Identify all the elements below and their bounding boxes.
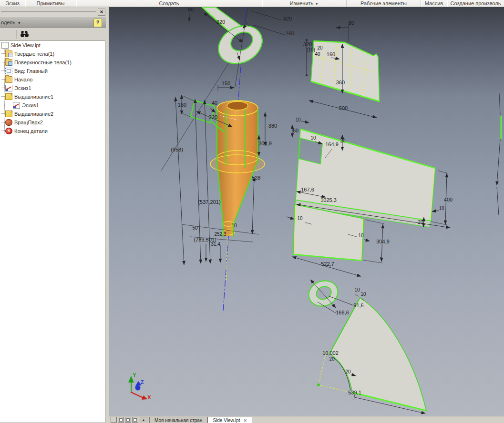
dimension-label[interactable]: 164,9 — [325, 141, 339, 147]
dimension-label[interactable]: 1025,3 — [320, 197, 337, 203]
folder-icon — [5, 76, 12, 83]
view-mode-button[interactable] — [125, 417, 131, 423]
dimension-label[interactable]: 10,002 — [322, 350, 339, 356]
model-browser-panel: ✕ одель▼ ? Side View.iptТвердые тела(1)П… — [0, 7, 109, 423]
document-tab-active[interactable]: Side View.ipt✕ — [207, 417, 252, 423]
tree-item-label: Выдавливание1 — [14, 94, 53, 100]
dimension-label[interactable]: 20 — [345, 369, 351, 374]
dimension-label[interactable]: 80 — [188, 7, 194, 12]
dimension-label[interactable]: Z — [141, 379, 144, 385]
tree-item-вид-главный[interactable]: Вид: Главный — [0, 67, 105, 75]
dimension-label[interactable]: 10 — [310, 135, 316, 141]
dimension-label[interactable]: 160 — [327, 51, 335, 57]
dimension-label[interactable]: 320 — [209, 114, 217, 120]
ribbon-panel-5[interactable]: Рабочие элементы — [347, 0, 421, 7]
dimension-label[interactable]: 20 — [317, 45, 323, 50]
dimension-label[interactable]: 20 — [329, 356, 335, 362]
tree-connector — [1, 53, 5, 54]
dimension-label[interactable]: 10 — [358, 233, 364, 238]
ribbon-panel-2[interactable]: Примитивы — [25, 0, 76, 7]
view-mode-button[interactable] — [132, 417, 138, 423]
tree-item-выдавливание1[interactable]: Выдавливание1 — [0, 92, 105, 101]
dimension-label[interactable]: 80 — [349, 20, 354, 26]
dimension-label[interactable]: 160 — [286, 30, 294, 36]
tree-item-вращпврх2[interactable]: ВращПврх2 — [0, 118, 105, 127]
dimension-label[interactable]: 10 — [354, 287, 360, 292]
browser-toolbar — [0, 29, 106, 40]
binoculars-icon[interactable] — [20, 30, 30, 38]
view-icon — [5, 68, 12, 74]
view-mode-button[interactable] — [111, 417, 117, 423]
dimension-label[interactable]: 539,1 — [348, 390, 361, 395]
dimension-label[interactable]: 380 — [268, 123, 277, 129]
chevron-down-icon[interactable]: ▼ — [17, 21, 21, 25]
dimension-label[interactable]: 10 — [439, 206, 444, 211]
dimension-label[interactable]: 91,6 — [353, 302, 363, 308]
help-icon[interactable]: ? — [93, 19, 102, 27]
browser-header[interactable]: одель▼ ? — [0, 17, 106, 28]
dimension-label[interactable]: 522,7 — [321, 261, 334, 267]
dimension-label[interactable]: 304,9 — [376, 239, 390, 244]
ribbon-panel-6[interactable]: Массив — [421, 0, 447, 7]
dimension-label[interactable]: 252,3 — [214, 232, 226, 237]
chevron-down-icon[interactable]: ▼ — [315, 2, 319, 6]
dimension-label[interactable]: (537,201) — [198, 199, 220, 205]
inventor-app-window: { "ribbon": { "panels": [ {"label": "Эск… — [0, 0, 504, 423]
tree-item-label: Эскиз1 — [22, 102, 39, 108]
tree-item-side-view.ipt[interactable]: Side View.ipt — [0, 41, 105, 50]
dimension-label[interactable]: 400 — [444, 197, 453, 202]
dimension-label[interactable]: 528 — [252, 175, 260, 181]
dimension-label[interactable]: 160 — [178, 102, 186, 108]
viewport-canvas[interactable]: 8032032016080320(10)20401603605001504032… — [109, 7, 504, 416]
ribbon-panel-1[interactable]: Эскиз — [0, 0, 25, 7]
dimension-label[interactable]: 168,6 — [336, 310, 349, 315]
tree-item-label: Вид: Главный — [14, 68, 48, 74]
dimension-label[interactable]: 50 — [192, 225, 198, 231]
ribbon-panel-3[interactable]: Создать — [76, 0, 262, 7]
close-icon[interactable]: ✕ — [243, 418, 247, 423]
viewport-3d[interactable]: 8032032016080320(10)20401603605001504032… — [109, 7, 504, 416]
ribbon-panel-7[interactable]: Создание произволь — [447, 0, 504, 7]
tree-item-твердые-тела-1-[interactable]: Твердые тела(1) — [0, 50, 105, 58]
solid-bodies-folder-icon — [5, 50, 12, 57]
dimension-label[interactable]: 40 — [212, 100, 217, 106]
dimension-label[interactable]: 320 — [283, 16, 292, 21]
dimension-label[interactable]: (958) — [171, 147, 183, 152]
tree-item-конец-детали[interactable]: Конец детали — [0, 127, 105, 135]
tree-item-эскиз1[interactable]: Эскиз1 — [0, 84, 105, 92]
tree-item-выдавливание2[interactable]: Выдавливание2 — [0, 110, 105, 118]
dimension-label[interactable]: 500 — [339, 105, 348, 111]
dimension-label[interactable]: X — [147, 394, 151, 400]
dimension-label[interactable]: 60 — [293, 128, 298, 133]
dimension-label[interactable]: 10 — [231, 223, 237, 228]
view-mode-button[interactable] — [118, 417, 124, 423]
expand-tabs-button[interactable]: ▲ — [140, 417, 147, 423]
dimension-label[interactable]: 10 — [360, 292, 366, 297]
dimension-label[interactable]: 360 — [336, 80, 345, 85]
dimension-label[interactable]: 20 — [340, 138, 346, 143]
dimension-label[interactable]: 20 — [418, 220, 423, 225]
dimension-label[interactable]: (10) — [307, 47, 315, 52]
statusbar: ▲ Моя начальная странSide View.ipt✕ — [109, 416, 504, 423]
dimension-label[interactable]: 167,6 — [301, 187, 314, 192]
document-tab[interactable]: Моя начальная стран — [149, 417, 207, 423]
dimension-label[interactable]: 320 — [216, 19, 225, 25]
dimension-label[interactable]: 40 — [315, 51, 320, 57]
tree-item-начало[interactable]: Начало — [0, 75, 105, 84]
dimension-label[interactable]: 304,9 — [258, 141, 272, 146]
dimension-label[interactable]: 10 — [297, 216, 303, 221]
close-icon[interactable]: ✕ — [98, 9, 105, 16]
dimension-label[interactable]: 320 — [303, 41, 312, 47]
dimension-label[interactable]: Y — [133, 372, 136, 378]
model-tree: Side View.iptТвердые тела(1)Поверхностны… — [0, 40, 105, 423]
tree-item-эскиз1[interactable]: Эскиз1 — [0, 101, 105, 110]
ribbon-panel-4[interactable]: Изменить▼ — [262, 0, 347, 7]
extrude-icon — [5, 111, 12, 117]
tree-item-label: Поверхностные тела(1) — [14, 60, 72, 65]
panel-grip[interactable] — [1, 11, 96, 14]
dimension-label[interactable]: 31,4 — [211, 242, 220, 247]
tree-item-поверхностные-тела-1-[interactable]: Поверхностные тела(1) — [0, 58, 105, 67]
revolve-surface-icon — [5, 119, 12, 126]
dimension-label[interactable]: 150 — [222, 81, 230, 86]
dimension-label[interactable]: 10 — [295, 117, 301, 122]
